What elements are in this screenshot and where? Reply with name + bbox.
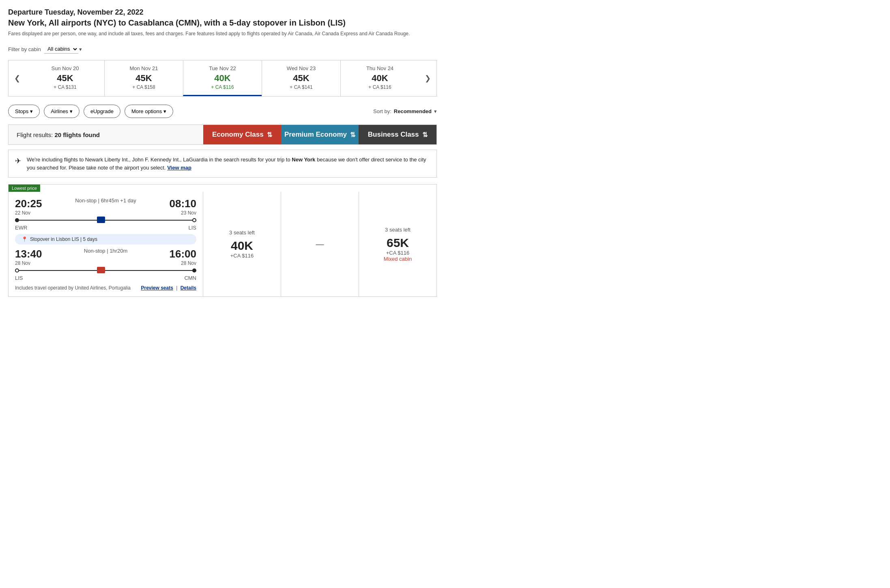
- departure-line: Departure Tuesday, November 22, 2022: [8, 8, 437, 17]
- date-label-1: Mon Nov 21: [108, 65, 180, 71]
- flight-info-section: 20:25 22 Nov Non-stop | 6hr45m +1 day 08…: [9, 192, 203, 296]
- operated-by-text: Includes travel operated by United Airli…: [15, 285, 131, 291]
- leg1-arrive-dot: [192, 218, 196, 222]
- premium-economy-header[interactable]: Premium Economy ⇅: [281, 125, 359, 144]
- date-tax-0: + CA $131: [29, 84, 101, 90]
- business-price-cell: 3 seats left 65K +CA $116 Mixed cabin: [359, 192, 436, 296]
- more-options-chevron-icon: ▾: [163, 108, 166, 114]
- date-label-0: Sun Nov 20: [29, 65, 101, 71]
- stops-label: Stops: [15, 108, 28, 114]
- departure-date: Tuesday, November 22, 2022: [45, 8, 143, 16]
- leg2-line-bar: [19, 270, 192, 271]
- cabin-filter-select[interactable]: All cabins: [44, 45, 78, 54]
- leg2-arrive-airport: CMN: [184, 275, 196, 281]
- date-cell-0[interactable]: Sun Nov 20 45K + CA $131: [26, 60, 104, 96]
- leg1-arrive-time: 08:10: [170, 197, 197, 210]
- leg1-depart: 20:25 22 Nov: [15, 197, 42, 216]
- airline-logo-icon: [97, 217, 105, 223]
- date-label-4: Thu Nov 24: [344, 65, 416, 71]
- leg1-arrive-date: 23 Nov: [170, 210, 197, 216]
- leg1-arrive: 08:10 23 Nov: [170, 197, 197, 216]
- airlines-label: Airlines: [51, 108, 68, 114]
- stopover-box: 📍 Stopover in Lisbon LIS | 5 days: [15, 234, 196, 245]
- premium-economy-label: Premium Economy: [284, 131, 347, 139]
- leg2-depart-time: 13:40: [15, 248, 42, 260]
- business-class-header[interactable]: Business Class ⇅: [359, 125, 436, 144]
- economy-price-points: 40K: [231, 239, 253, 253]
- sort-arrow-icon[interactable]: ▾: [434, 108, 437, 114]
- next-date-button[interactable]: ❯: [419, 60, 436, 96]
- date-cell-3[interactable]: Wed Nov 23 45K + CA $141: [262, 60, 340, 96]
- cabin-filter-row: Filter by cabin All cabins ▾: [8, 45, 437, 54]
- pipe-divider: |: [176, 285, 178, 291]
- flight-card-inner: 20:25 22 Nov Non-stop | 6hr45m +1 day 08…: [9, 192, 436, 296]
- more-options-label: More options: [131, 108, 162, 114]
- more-options-filter-button[interactable]: More options ▾: [125, 105, 173, 118]
- flight-results-label: Flight results:: [17, 131, 53, 138]
- premium-price-cell: —: [281, 192, 359, 296]
- sort-value: Recommended: [394, 108, 432, 114]
- leg1-arrive-airport: LIS: [188, 225, 196, 231]
- airlines-filter-button[interactable]: Airlines ▾: [44, 105, 80, 118]
- eupgrade-filter-button[interactable]: eUpgrade: [84, 105, 120, 118]
- leg1-depart-airport: EWR: [15, 225, 27, 231]
- leg2-duration: Non-stop | 1hr20m: [84, 248, 127, 254]
- flight-results-count-cell: Flight results: 20 flights found: [9, 125, 203, 144]
- leg2-depart: 13:40 28 Nov: [15, 248, 42, 266]
- date-tax-3: + CA $141: [265, 84, 337, 90]
- filter-buttons-row: Stops ▾ Airlines ▾ eUpgrade More options…: [8, 105, 437, 118]
- business-class-label: Business Class: [368, 131, 419, 139]
- leg1-flight-line: [15, 218, 196, 222]
- date-cell-2[interactable]: Tue Nov 22 40K + CA $116: [183, 60, 262, 96]
- notice-text-before: We're including flights to Newark Libert…: [27, 157, 292, 163]
- preview-seats-link[interactable]: Preview seats: [141, 285, 173, 291]
- economy-seats-left: 3 seats left: [229, 230, 255, 236]
- details-link[interactable]: Details: [181, 285, 196, 291]
- airport-notice-box: ✈ We're including flights to Newark Libe…: [8, 150, 437, 178]
- sort-area: Sort by: Recommended ▾: [373, 108, 437, 114]
- route-title: New York, All airports (NYC) to Casablan…: [8, 18, 437, 28]
- pin-icon: 📍: [21, 236, 28, 242]
- economy-price-tax: +CA $116: [230, 253, 254, 259]
- leg1-depart-date: 22 Nov: [15, 210, 42, 216]
- airplane-icon: ✈: [15, 157, 21, 165]
- flight-footer: Includes travel operated by United Airli…: [15, 285, 196, 291]
- eupgrade-label: eUpgrade: [90, 108, 114, 114]
- date-navigation: ❮ Sun Nov 20 45K + CA $131 Mon Nov 21 45…: [8, 60, 437, 97]
- view-map-link[interactable]: View map: [167, 165, 191, 171]
- airlines-chevron-icon: ▾: [70, 108, 73, 114]
- leg1-depart-dot: [15, 218, 19, 222]
- stops-filter-button[interactable]: Stops ▾: [8, 105, 40, 118]
- business-seats-left: 3 seats left: [385, 227, 411, 233]
- date-points-0: 45K: [29, 73, 101, 84]
- date-tax-4: + CA $116: [344, 84, 416, 90]
- leg1-times-row: 20:25 22 Nov Non-stop | 6hr45m +1 day 08…: [15, 197, 196, 216]
- date-cell-4[interactable]: Thu Nov 24 40K + CA $116: [340, 60, 419, 96]
- flight-card-1: Lowest price 20:25 22 Nov Non-stop | 6hr…: [8, 184, 437, 297]
- leg2-arrive-dot: [192, 268, 196, 273]
- sort-by-label: Sort by:: [373, 108, 391, 114]
- flights-found-count: 20 flights found: [54, 131, 100, 138]
- leg2-depart-dot: [15, 268, 19, 273]
- date-tax-2: + CA $116: [187, 84, 258, 90]
- flight-links: Preview seats | Details: [141, 285, 196, 291]
- leg1-depart-time: 20:25: [15, 197, 42, 210]
- date-label-3: Wed Nov 23: [265, 65, 337, 71]
- stops-chevron-icon: ▾: [30, 108, 33, 114]
- business-sort-icon: ⇅: [422, 131, 428, 139]
- prev-date-button[interactable]: ❮: [9, 60, 26, 96]
- departure-label: Departure: [8, 8, 43, 16]
- cabin-filter-arrow: ▾: [79, 46, 82, 52]
- date-cell-1[interactable]: Mon Nov 21 45K + CA $158: [104, 60, 183, 96]
- premium-sort-icon: ⇅: [350, 131, 355, 139]
- lowest-price-badge: Lowest price: [9, 185, 40, 192]
- date-points-3: 45K: [265, 73, 337, 84]
- leg2-times-row: 13:40 28 Nov Non-stop | 1hr20m 16:00 28 …: [15, 248, 196, 266]
- filter-by-cabin-label: Filter by cabin: [8, 46, 41, 52]
- economy-class-header[interactable]: Economy Class ⇅: [203, 125, 281, 144]
- business-price-tax: +CA $116: [386, 250, 409, 256]
- date-points-4: 40K: [344, 73, 416, 84]
- airline-logo-2-icon: [97, 267, 105, 273]
- date-points-1: 45K: [108, 73, 180, 84]
- notice-text: We're including flights to Newark Libert…: [27, 156, 430, 172]
